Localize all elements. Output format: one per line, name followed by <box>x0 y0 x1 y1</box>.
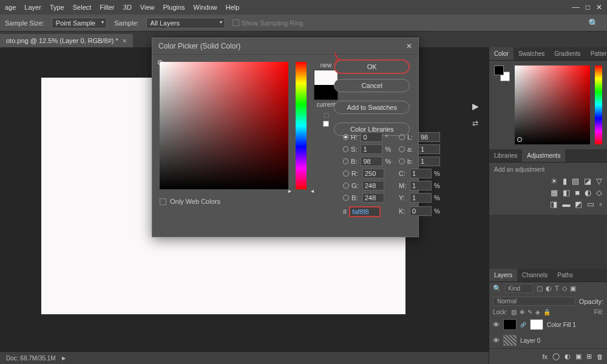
add-to-swatches-button[interactable]: Add to Swatches <box>334 101 410 114</box>
tab-layers[interactable]: Layers <box>489 269 517 281</box>
play-icon[interactable]: ▶ <box>469 99 482 113</box>
k-input[interactable] <box>410 206 432 216</box>
delete-icon[interactable]: 🗑 <box>597 353 603 360</box>
tab-adjustments[interactable]: Adjustments <box>522 149 565 162</box>
adj-threshold-icon[interactable]: ◩ <box>575 200 582 209</box>
lab-b-input[interactable] <box>418 157 440 166</box>
visibility-icon[interactable]: 👁 <box>493 337 500 344</box>
hue-slider-thumb-icon[interactable] <box>293 187 310 190</box>
blend-mode-dropdown[interactable]: Normal <box>493 297 575 306</box>
fg-bg-swatch[interactable] <box>494 66 510 81</box>
minimize-icon[interactable]: — <box>572 3 580 12</box>
adj-balance-icon[interactable]: ◧ <box>563 188 570 197</box>
mini-saturation-field[interactable] <box>515 66 590 144</box>
h-input[interactable] <box>361 132 382 142</box>
g-input[interactable] <box>362 181 384 190</box>
layer-kind-dropdown[interactable]: Kind <box>505 284 533 293</box>
adj-selective-icon[interactable]: ▫ <box>599 200 602 209</box>
s-radio[interactable] <box>343 146 348 152</box>
y-input[interactable] <box>410 193 432 203</box>
g-radio[interactable] <box>343 183 349 189</box>
maximize-icon[interactable]: □ <box>586 3 590 12</box>
lab-b-radio[interactable] <box>399 158 405 164</box>
tab-paths[interactable]: Paths <box>552 269 578 281</box>
layer-item[interactable]: 👁 🔗 Color Fill 1 <box>489 317 607 332</box>
r-input[interactable] <box>362 169 384 178</box>
adj-posterize-icon[interactable]: ▬ <box>562 200 570 209</box>
l-input[interactable] <box>418 132 440 142</box>
group-icon[interactable]: ▣ <box>575 352 582 360</box>
tab-channels[interactable]: Channels <box>517 269 552 281</box>
menu-image[interactable]: age <box>5 4 16 11</box>
s-input[interactable] <box>361 144 382 154</box>
b-radio[interactable] <box>343 158 348 164</box>
mask-thumb[interactable] <box>530 319 543 330</box>
saturation-field[interactable] <box>160 62 288 189</box>
tab-close-icon[interactable]: ✕ <box>122 38 127 44</box>
new-layer-icon[interactable]: ⊞ <box>586 352 592 360</box>
adj-mixer-icon[interactable]: ◇ <box>596 188 602 197</box>
c-input[interactable] <box>410 169 432 178</box>
adj-brightness-icon[interactable]: ☀ <box>551 177 558 186</box>
adj-hue-icon[interactable]: ▦ <box>551 188 558 197</box>
adj-invert-icon[interactable]: ◨ <box>550 200 557 209</box>
menu-plugins[interactable]: Plugins <box>163 4 185 11</box>
blue-radio[interactable] <box>343 195 349 201</box>
filter-pixel-icon[interactable]: ▢ <box>537 285 543 292</box>
adj-vibrance-icon[interactable]: ▽ <box>596 177 602 186</box>
layer-thumb[interactable] <box>503 319 517 330</box>
document-tab[interactable]: oto.png @ 12.5% (Layer 0, RGB/8#) * ✕ <box>0 34 133 47</box>
search-icon[interactable]: 🔍 <box>588 18 599 28</box>
tab-libraries[interactable]: Libraries <box>489 149 522 162</box>
adjustment-layer-icon[interactable]: ◐ <box>565 352 571 360</box>
lock-icon[interactable]: 🔒 <box>543 309 551 315</box>
adj-exposure-icon[interactable]: ◪ <box>584 177 591 186</box>
ok-button[interactable]: OK <box>334 59 410 74</box>
fx-icon[interactable]: fx <box>542 353 548 360</box>
menu-3d[interactable]: 3D <box>123 4 132 11</box>
cancel-button[interactable]: Cancel <box>334 79 410 92</box>
menu-help[interactable]: Help <box>226 4 240 11</box>
close-icon[interactable]: ✕ <box>596 3 602 12</box>
brightness-input[interactable] <box>361 157 382 166</box>
layer-item[interactable]: 👁 Layer 0 <box>489 332 607 348</box>
m-input[interactable] <box>410 181 432 190</box>
menu-filter[interactable]: Filter <box>100 4 114 11</box>
lock-all-icon[interactable]: ▧ <box>511 309 517 315</box>
r-radio[interactable] <box>343 170 349 177</box>
adj-photo-icon[interactable]: ◐ <box>585 188 591 197</box>
only-web-colors-checkbox[interactable]: Only Web Colors <box>160 198 220 205</box>
mini-hue-slider[interactable] <box>595 66 602 144</box>
menu-view[interactable]: View <box>140 4 155 11</box>
visibility-icon[interactable]: 👁 <box>493 321 500 328</box>
layer-name[interactable]: Layer 0 <box>520 337 540 344</box>
filter-shape-icon[interactable]: ◇ <box>562 285 567 292</box>
tab-color[interactable]: Color <box>489 47 514 60</box>
a-input[interactable] <box>418 144 440 154</box>
web-safe-swatch[interactable] <box>323 121 329 127</box>
tab-gradients[interactable]: Gradients <box>549 47 585 60</box>
hue-slider[interactable] <box>296 62 307 189</box>
adj-levels-icon[interactable]: ▮ <box>563 177 567 186</box>
status-arrow-icon[interactable]: ▶ <box>62 356 66 361</box>
adj-gradient-icon[interactable]: ▭ <box>587 200 594 209</box>
dialog-close-icon[interactable]: ✕ <box>406 42 412 50</box>
filter-type-icon[interactable]: T <box>555 285 559 292</box>
lock-transparent-icon[interactable]: ◈ <box>535 309 540 315</box>
a-radio[interactable] <box>399 146 405 152</box>
hex-input[interactable] <box>349 206 381 217</box>
tab-patterns[interactable]: Patterns <box>586 47 607 60</box>
layer-name[interactable]: Color Fill 1 <box>547 322 576 328</box>
tab-swatches[interactable]: Swatches <box>514 47 549 60</box>
adjust-icon[interactable]: ⇄ <box>469 116 482 130</box>
lock-position-icon[interactable]: ✥ <box>520 309 524 315</box>
fg-color-icon[interactable] <box>494 66 504 75</box>
blue-input[interactable] <box>362 193 384 203</box>
filter-adjust-icon[interactable]: ◐ <box>546 285 552 292</box>
adj-curves-icon[interactable]: ▧ <box>572 177 579 186</box>
web-safe-warning-icon[interactable]: ⬚ <box>324 112 329 118</box>
lock-pixels-icon[interactable]: ✎ <box>527 309 532 315</box>
search-icon[interactable]: 🔍 <box>493 285 501 292</box>
show-sampling-ring-checkbox[interactable]: Show Sampling Ring <box>232 19 304 27</box>
menu-type[interactable]: Type <box>50 4 64 11</box>
